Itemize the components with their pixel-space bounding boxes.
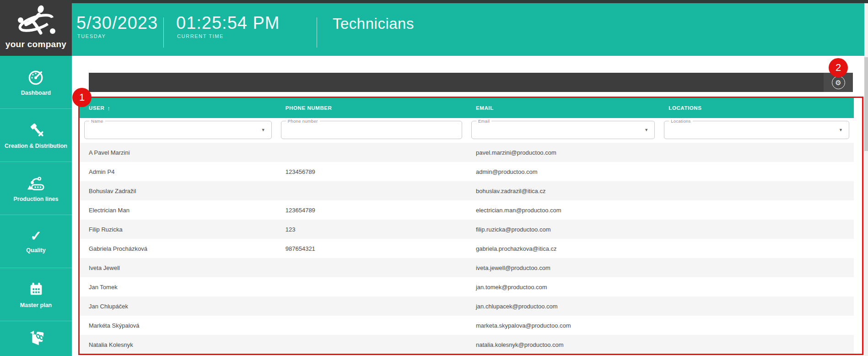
header-time-label: CURRENT TIME <box>177 33 224 39</box>
table-row[interactable]: Jan Chlupáček jan.chlupacek@productoo.co… <box>80 297 854 316</box>
header-divider <box>317 17 317 48</box>
sidebar-item-label: Production lines <box>11 196 61 202</box>
logo-figure-icon <box>11 3 62 41</box>
header-date-label: TUESDAY <box>77 33 106 39</box>
column-header-phone[interactable]: PHONE NUMBER <box>276 98 467 118</box>
column-header-user[interactable]: USER ↑ <box>80 98 276 118</box>
chevron-down-icon[interactable]: ▼ <box>839 128 843 132</box>
page-title: Technicians <box>333 15 414 32</box>
sidebar-item-label: Dashboard <box>18 90 54 96</box>
logo-text: your company <box>5 39 66 49</box>
gear-icon: ⚙ <box>832 76 845 89</box>
sort-asc-icon: ↑ <box>107 105 110 112</box>
chevron-down-icon[interactable]: ▼ <box>261 128 265 132</box>
window-top-strip <box>0 0 868 3</box>
table-row[interactable]: Jan Tomek jan.tomek@productoo.com <box>80 277 854 297</box>
table-row[interactable]: Bohuslav Zadražil bohuslav.zadrazil@itic… <box>80 181 854 200</box>
sidebar-item-creation-distribution[interactable]: Creation & Distribution <box>0 109 72 162</box>
sidebar-item-dashboard[interactable]: Dashboard <box>0 56 72 109</box>
table-row[interactable]: Markéta Skýpalová marketa.skypalova@prod… <box>80 316 854 335</box>
header-date: 5/30/2023 <box>76 13 158 33</box>
handbook-icon <box>27 328 46 347</box>
sidebar-item-quality[interactable]: ✓ Quality <box>0 215 72 268</box>
sidebar-item-production-lines[interactable]: Production lines <box>0 162 72 215</box>
tools-icon <box>27 121 45 139</box>
table-row[interactable]: Filip Ruzicka 123 filip.ruzicka@producto… <box>80 220 854 239</box>
filter-name-label: Name <box>89 119 105 124</box>
sidebar-item-label: Creation & Distribution <box>2 143 70 149</box>
filter-locations-label: Locations <box>669 119 692 124</box>
table-row[interactable]: Iveta Jewell iveta.jewell@productoo.com <box>80 258 854 277</box>
gauge-icon <box>27 68 45 86</box>
table-row[interactable]: Gabriela Procházková 987654321 gabriela.… <box>80 239 854 258</box>
table-filter-row: Name ▼ Phone number Email ▼ Locations ▼ <box>80 118 854 143</box>
robot-arm-icon <box>26 174 46 192</box>
filter-locations-select[interactable]: Locations ▼ <box>664 121 849 139</box>
table-row[interactable]: Admin P4 123456789 admin@productoo.com <box>80 162 854 181</box>
table-toolbar: ⚙ <box>89 73 853 92</box>
table-header-row: USER ↑ PHONE NUMBER EMAIL LOCATIONS <box>80 98 854 118</box>
filter-email-label: Email <box>476 119 491 124</box>
scrollbar-thumb[interactable] <box>864 57 868 151</box>
annotation-badge-2: 2 <box>829 58 848 77</box>
filter-phone-input[interactable]: Phone number <box>281 121 462 139</box>
sidebar-item-master-plan[interactable]: Master plan <box>0 268 72 321</box>
sidebar-item-label: Master plan <box>17 302 54 308</box>
header-divider <box>163 17 164 48</box>
app-header: 5/30/2023 TUESDAY 01:25:54 PM CURRENT TI… <box>72 3 868 56</box>
chevron-down-icon[interactable]: ▼ <box>644 128 648 132</box>
technicians-table: USER ↑ PHONE NUMBER EMAIL LOCATIONS Name… <box>80 98 854 354</box>
column-header-email[interactable]: EMAIL <box>467 98 659 118</box>
scrollbar-track[interactable] <box>864 3 868 356</box>
header-time: 01:25:54 PM <box>176 13 280 33</box>
annotation-badge-1: 1 <box>72 88 92 107</box>
filter-name-select[interactable]: Name ▼ <box>84 121 272 139</box>
sidebar-item-label: Quality <box>23 247 48 254</box>
table-row[interactable]: A Pavel Marzini pavel.marzini@productoo.… <box>80 143 854 162</box>
company-logo: your company <box>0 0 72 56</box>
calendar-icon <box>27 280 45 298</box>
filter-email-select[interactable]: Email ▼ <box>471 121 655 139</box>
column-header-locations[interactable]: LOCATIONS <box>659 98 854 118</box>
checkmark-icon: ✓ <box>30 229 42 243</box>
sidebar-item-handbook[interactable] <box>0 321 72 355</box>
sidebar-nav: Dashboard Creation & Distribution Produc… <box>0 56 72 356</box>
table-row[interactable]: Natalia Kolesnyk natalia.kolesnyk@produc… <box>80 335 854 354</box>
table-row[interactable]: Electrician Man 123654789 electrician.ma… <box>80 200 854 220</box>
filter-phone-label: Phone number <box>286 119 320 124</box>
